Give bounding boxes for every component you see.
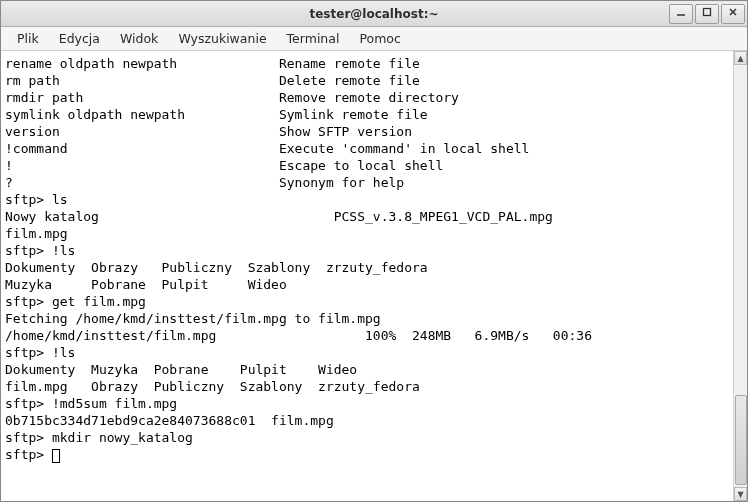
chevron-up-icon: ▲	[737, 54, 743, 63]
window-title: tester@localhost:~	[1, 7, 747, 21]
maximize-button[interactable]	[695, 4, 719, 24]
scroll-up-button[interactable]: ▲	[734, 51, 747, 65]
menu-terminal[interactable]: Terminal	[277, 28, 350, 49]
minimize-button[interactable]	[669, 4, 693, 24]
minimize-icon	[676, 7, 686, 20]
terminal-output[interactable]: rename oldpath newpath Rename remote fil…	[1, 51, 733, 501]
close-button[interactable]	[721, 4, 745, 24]
scroll-down-button[interactable]: ▼	[734, 487, 747, 501]
menu-edycja[interactable]: Edycja	[49, 28, 110, 49]
svg-rect-1	[704, 9, 711, 16]
terminal-area: rename oldpath newpath Rename remote fil…	[1, 51, 747, 501]
maximize-icon	[702, 7, 712, 20]
text-cursor	[52, 449, 60, 463]
vertical-scrollbar[interactable]: ▲ ▼	[733, 51, 747, 501]
close-icon	[728, 7, 738, 20]
titlebar: tester@localhost:~	[1, 1, 747, 27]
chevron-down-icon: ▼	[737, 490, 743, 499]
menu-plik[interactable]: Plik	[7, 28, 49, 49]
menu-wyszukiwanie[interactable]: Wyszukiwanie	[168, 28, 276, 49]
scroll-thumb[interactable]	[735, 395, 747, 485]
terminal-window: tester@localhost:~ Plik Edycja Widok	[0, 0, 748, 502]
window-controls	[667, 4, 747, 24]
menubar: Plik Edycja Widok Wyszukiwanie Terminal …	[1, 27, 747, 51]
menu-widok[interactable]: Widok	[110, 28, 168, 49]
menu-pomoc[interactable]: Pomoc	[349, 28, 410, 49]
